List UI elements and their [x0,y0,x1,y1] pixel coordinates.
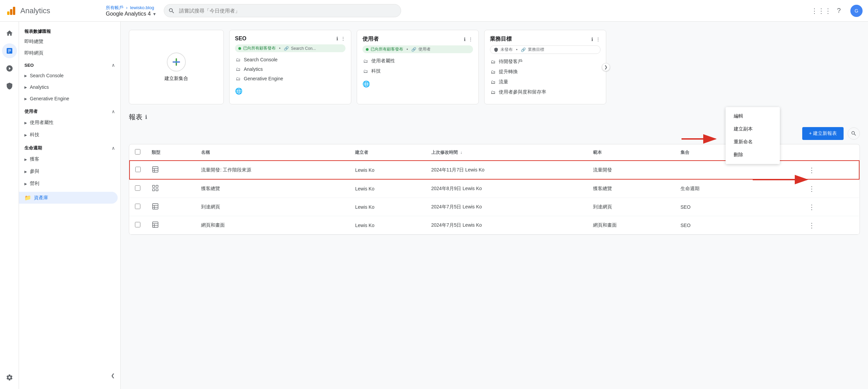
seo-menu-search-console[interactable]: 🗂 Search Console [235,55,346,64]
nav-home-icon[interactable] [2,26,17,41]
context-menu-rename[interactable]: 重新命名 [726,136,780,148]
user-more-icon[interactable]: ⋮ [468,37,473,42]
biz-card-icons: ℹ ⋮ [591,37,600,42]
row1-checkbox-cell[interactable] [130,161,146,179]
nav-advertising-icon[interactable] [2,79,17,94]
sidebar-users-title: 使用者 [24,108,38,115]
row2-actions[interactable]: ⋮ [800,179,859,198]
biz-card-header: 業務目標 ℹ ⋮ [490,36,600,43]
biz-badge-link-text: 業務目標 [528,47,544,53]
sidebar-group-engagement[interactable]: ▶ 參與 [19,166,120,177]
biz-card-title: 業務目標 [490,36,512,43]
row2-checkbox-cell[interactable] [130,179,146,198]
account-breadcrumb: 所有帳戶 › lewisko.blog Google Analytics 4 ▾ [106,5,156,17]
seo-menu-analytics[interactable]: 🗂 Analytics [235,64,346,74]
sidebar-group-user-attributes[interactable]: ▶ 使用者屬性 [19,117,120,128]
topbar-right: ⋮⋮⋮ ? G [815,5,863,17]
sidebar-group-search-console[interactable]: ▶ Search Console [19,70,120,81]
user-menu-attributes[interactable]: 🗂 使用者屬性 [362,56,473,66]
sidebar-seo-header[interactable]: SEO ∧ [19,59,120,69]
logo-text: Analytics [20,6,50,15]
context-menu-duplicate[interactable]: 建立副本 [726,123,780,136]
search-input[interactable] [164,4,401,17]
row3-template: 到達網頁 [588,198,675,216]
sidebar-engagement-label: 參與 [30,168,39,175]
seo-info-icon[interactable]: ℹ [336,36,338,41]
row2-checkbox[interactable] [135,185,140,191]
reports-info-icon[interactable]: ℹ [145,114,147,120]
biz-card-expand-button[interactable]: ❯ [602,63,610,71]
seo-search-console-label: Search Console [244,57,278,62]
sidebar-group-tech[interactable]: ▶ 科技 [19,129,120,140]
sidebar-lifecycle-header[interactable]: 生命週期 ∧ [19,142,120,152]
biz-menu-conversion[interactable]: 🗂 提升轉換 [490,67,600,77]
seo-search-console-folder-icon: 🗂 [236,57,240,62]
biz-info-icon[interactable]: ℹ [591,37,593,42]
biz-more-icon[interactable]: ⋮ [596,37,600,42]
row1-actions[interactable]: ⋮ [800,161,859,179]
biz-traffic-label: 流量 [499,79,508,85]
user-tech-folder-icon: 🗂 [363,68,368,74]
row4-description [750,216,800,234]
select-all-checkbox[interactable] [135,149,140,155]
row4-collection: SEO [675,216,750,234]
svg-rect-0 [7,11,9,15]
context-menu-edit[interactable]: 編輯 [726,110,780,123]
user-badge-link-icon: 🔗 [411,47,416,52]
row2-collection: 生命週期 [675,179,750,198]
row3-checkbox[interactable] [135,204,140,209]
sidebar-generative-engine-label: Generative Engine [30,96,69,101]
new-collection-card[interactable]: 建立新集合 [129,30,224,104]
user-tech-label: 科技 [371,68,381,74]
row3-checkbox-cell[interactable] [130,198,146,216]
user-info-icon[interactable]: ℹ [464,37,466,42]
row4-checkbox[interactable] [135,222,140,227]
context-menu-delete[interactable]: 刪除 [726,148,780,161]
nav-reports-icon[interactable] [2,43,17,58]
create-report-button[interactable]: + 建立新報表 [802,127,844,140]
table-header-modified[interactable]: 上次修改時間 ↓ [426,144,588,161]
sidebar-collapse-button[interactable]: ❮ [108,370,118,381]
apps-icon[interactable]: ⋮⋮⋮ [815,5,827,17]
user-badge-link-text: 使用者 [418,46,431,52]
row4-more-button[interactable]: ⋮ [806,220,818,230]
search-reports-button[interactable] [848,127,860,140]
biz-menu-traffic[interactable]: 🗂 流量 [490,77,600,87]
sidebar-group-monetization[interactable]: ▶ 營利 [19,178,120,189]
sidebar-item-realtime-page[interactable]: 即時網頁 [19,47,118,59]
nav-explore-icon[interactable] [2,61,17,76]
row4-actions[interactable]: ⋮ [800,216,859,234]
row1-more-button[interactable]: ⋮ [806,165,818,175]
logo-area: Analytics [5,5,100,17]
avatar[interactable]: G [850,5,863,17]
sidebar-group-acquisition[interactable]: ▶ 獲客 [19,154,120,165]
user-badge-dot [366,48,369,51]
row4-creator: Lewis Ko [350,216,426,234]
sidebar-group-analytics[interactable]: ▶ Analytics [19,82,120,92]
row2-more-button[interactable]: ⋮ [806,184,818,194]
biz-menu-leads[interactable]: 🗂 待開發客戶 [490,57,600,67]
sidebar-item-realtime-overview[interactable]: 即時總覽 [19,36,118,47]
seo-card-icons: ℹ ⋮ [336,36,346,41]
nav-settings-icon[interactable] [2,370,17,385]
row1-checkbox[interactable] [135,167,141,172]
sidebar-item-library[interactable]: 📁 資產庫 [19,192,118,204]
biz-retention-label: 使用者參與度和留存率 [499,89,546,95]
icon-nav [0,22,19,389]
user-menu-tech[interactable]: 🗂 科技 [362,66,473,76]
row3-actions[interactable]: ⋮ [800,198,859,216]
seo-menu-generative-engine[interactable]: 🗂 Generative Engine [235,74,346,83]
sidebar-users-header[interactable]: 使用者 ∧ [19,105,120,116]
row3-modified: 2024年7月5日 Lewis Ko [426,198,588,216]
seo-more-icon[interactable]: ⋮ [341,36,346,41]
biz-menu-retention[interactable]: 🗂 使用者參與度和留存率 [490,87,600,97]
help-icon[interactable]: ? [833,5,845,17]
row4-checkbox-cell[interactable] [130,216,146,234]
row3-more-button[interactable]: ⋮ [806,202,818,212]
search-bar[interactable] [164,4,401,17]
sidebar-group-generative-engine[interactable]: ▶ Generative Engine [19,94,120,104]
user-attributes-folder-icon: 🗂 [363,58,368,64]
svg-rect-11 [153,204,158,209]
row4-type [146,216,196,234]
svg-rect-8 [156,185,158,187]
